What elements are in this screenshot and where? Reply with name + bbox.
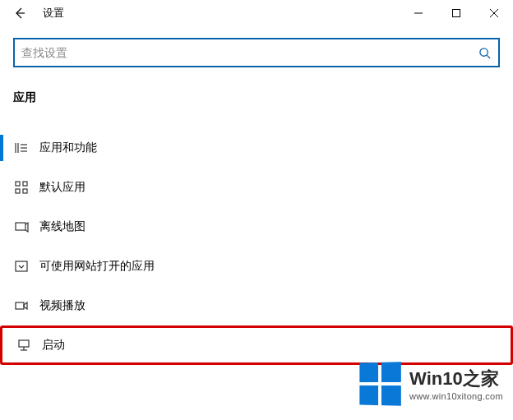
nav-label: 可使用网站打开的应用 bbox=[39, 259, 155, 274]
svg-rect-13 bbox=[23, 182, 27, 186]
svg-marker-19 bbox=[24, 302, 27, 309]
search-box[interactable] bbox=[13, 38, 500, 67]
svg-rect-17 bbox=[16, 261, 27, 271]
apps-features-icon bbox=[13, 140, 30, 156]
default-apps-icon bbox=[13, 179, 30, 196]
nav-label: 启动 bbox=[42, 338, 65, 353]
apps-for-websites-icon bbox=[13, 258, 30, 275]
close-icon bbox=[490, 9, 498, 17]
svg-line-6 bbox=[487, 55, 490, 58]
window-controls bbox=[400, 0, 513, 26]
maximize-button[interactable] bbox=[437, 0, 475, 26]
svg-rect-14 bbox=[16, 189, 20, 193]
minimize-icon bbox=[414, 9, 423, 17]
search-container bbox=[0, 26, 513, 67]
nav-item-startup[interactable]: 启动 bbox=[0, 325, 513, 365]
title-bar: 设置 bbox=[0, 0, 513, 26]
watermark-url: www.win10xitong.com bbox=[409, 391, 503, 401]
svg-rect-18 bbox=[16, 302, 24, 309]
section-header: 应用 bbox=[0, 67, 513, 113]
minimize-button[interactable] bbox=[400, 0, 437, 26]
watermark-text: Win10之家 www.win10xitong.com bbox=[409, 367, 503, 401]
nav-label: 默认应用 bbox=[39, 180, 86, 195]
nav-list: 应用和功能 默认应用 离线地图 可使用网站打开的应用 bbox=[0, 113, 513, 365]
video-playback-icon bbox=[13, 298, 30, 314]
maximize-icon bbox=[452, 9, 460, 17]
svg-rect-16 bbox=[16, 223, 25, 230]
nav-label: 离线地图 bbox=[39, 219, 86, 234]
search-icon bbox=[477, 45, 492, 60]
nav-label: 应用和功能 bbox=[39, 141, 97, 155]
watermark: Win10之家 www.win10xitong.com bbox=[358, 362, 503, 405]
svg-rect-12 bbox=[16, 182, 20, 186]
nav-item-default-apps[interactable]: 默认应用 bbox=[0, 168, 513, 207]
back-button[interactable] bbox=[7, 0, 33, 26]
search-input[interactable] bbox=[21, 46, 477, 59]
watermark-title: Win10之家 bbox=[409, 367, 503, 391]
nav-label: 视频播放 bbox=[39, 298, 86, 313]
svg-point-5 bbox=[479, 48, 487, 55]
back-arrow-icon bbox=[13, 7, 26, 20]
nav-item-video-playback[interactable]: 视频播放 bbox=[0, 286, 513, 325]
offline-maps-icon bbox=[13, 219, 30, 235]
svg-rect-2 bbox=[453, 10, 460, 17]
startup-icon bbox=[16, 337, 32, 353]
svg-rect-15 bbox=[23, 189, 27, 193]
svg-rect-20 bbox=[19, 340, 29, 347]
nav-item-offline-maps[interactable]: 离线地图 bbox=[0, 207, 513, 247]
window-title: 设置 bbox=[43, 6, 64, 21]
windows-logo-icon bbox=[359, 362, 400, 405]
nav-item-apps-for-websites[interactable]: 可使用网站打开的应用 bbox=[0, 247, 513, 286]
close-button[interactable] bbox=[475, 0, 513, 26]
nav-item-apps-and-features[interactable]: 应用和功能 bbox=[0, 128, 513, 168]
